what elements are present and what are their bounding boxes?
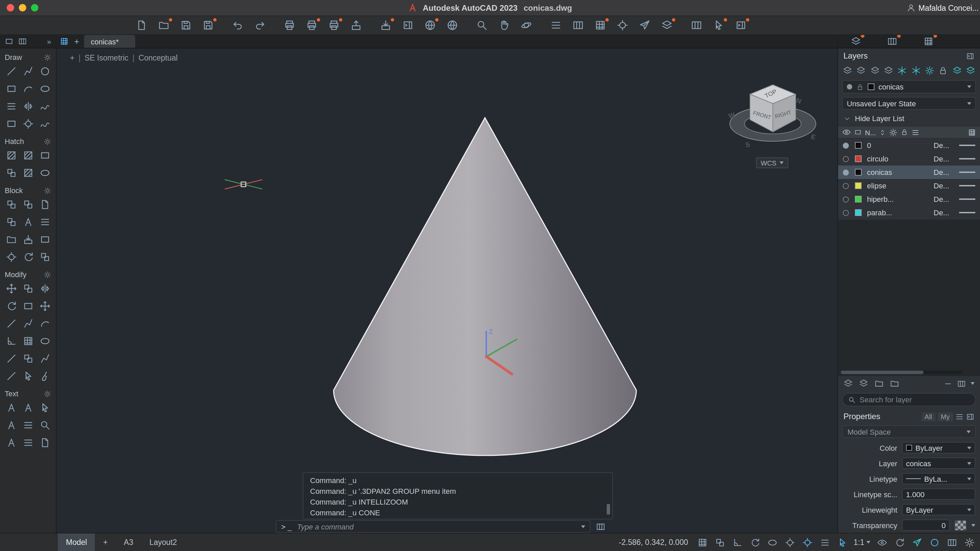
sort-icon[interactable] <box>880 129 886 135</box>
find-replace-tool[interactable] <box>38 419 51 431</box>
line-tool[interactable] <box>4 65 18 77</box>
annotation-text-tool[interactable] <box>4 436 18 449</box>
multiline-text-tool[interactable] <box>21 402 35 414</box>
transparency-input[interactable]: 0 <box>902 519 950 531</box>
layer-color-swatch[interactable] <box>855 142 862 149</box>
transparency-checker-button[interactable] <box>955 520 967 530</box>
clean-screen-toggle[interactable] <box>946 536 958 548</box>
compass-e[interactable]: E <box>810 133 816 141</box>
lineweight-display-toggle[interactable] <box>819 536 831 548</box>
lineweight-dropdown[interactable]: ByLayer <box>902 504 975 515</box>
customization-button[interactable] <box>963 536 975 548</box>
compass-s[interactable]: S <box>745 141 751 149</box>
join-tool[interactable] <box>38 352 51 365</box>
new-drawing-button[interactable] <box>135 19 148 32</box>
modify-gear-icon[interactable] <box>44 271 51 278</box>
freeze-layer-icon[interactable] <box>897 66 907 75</box>
tool-set-grid-icon[interactable] <box>18 37 27 46</box>
dock-palette-button[interactable] <box>734 19 747 32</box>
annotation-button[interactable] <box>549 19 562 32</box>
draw-gear-icon[interactable] <box>44 54 51 61</box>
ucs-icon[interactable]: Z <box>478 324 532 381</box>
define-attribute-tool[interactable] <box>21 216 35 228</box>
extend-tool[interactable] <box>21 318 35 330</box>
new-layout-button[interactable]: + <box>95 533 116 551</box>
layer-status-icon[interactable] <box>843 142 849 148</box>
layer-status-icon[interactable] <box>843 156 849 162</box>
new-layer-icon[interactable] <box>843 66 852 75</box>
batch-plot-button[interactable] <box>305 19 318 32</box>
pdf-text-tool[interactable] <box>38 436 51 449</box>
list-view-icon[interactable] <box>912 128 920 136</box>
measure-button[interactable] <box>571 19 584 32</box>
remove-layer-icon[interactable] <box>944 379 953 388</box>
external-reference-tool[interactable] <box>4 233 18 245</box>
external-references-button[interactable] <box>401 19 414 32</box>
align-tool[interactable] <box>21 370 35 382</box>
command-panel-button[interactable] <box>595 521 606 532</box>
hscrollbar-thumb[interactable] <box>841 371 923 374</box>
layer-settings-icon[interactable] <box>870 66 880 75</box>
chamfer-tool[interactable] <box>4 335 18 347</box>
boundary-tool[interactable] <box>38 149 51 161</box>
circle-tool[interactable] <box>38 65 51 77</box>
copy-tool[interactable] <box>21 283 35 295</box>
hardware-acceleration-toggle[interactable] <box>911 536 923 548</box>
current-layer-selector[interactable]: conicas <box>842 80 976 94</box>
offset-tool[interactable] <box>38 335 51 347</box>
layers-palette-tab[interactable] <box>849 35 862 48</box>
isolate-objects-toggle[interactable] <box>928 536 940 548</box>
pan-button[interactable] <box>497 19 511 32</box>
linetype-scale-input[interactable]: 1.000 <box>902 489 975 500</box>
clean-tool[interactable] <box>38 370 51 382</box>
polyline-tool[interactable] <box>21 65 35 77</box>
reference-palette-tab[interactable] <box>921 35 935 48</box>
lock-column-icon[interactable] <box>901 129 908 136</box>
filter-all-button[interactable]: All <box>921 412 935 421</box>
section-block[interactable]: Block <box>0 184 56 197</box>
layer-row-selected[interactable]: conicas De... <box>838 166 980 179</box>
undock-panel-icon[interactable] <box>966 51 975 60</box>
cone-object[interactable] <box>332 116 638 461</box>
insert-image-button[interactable] <box>423 19 436 32</box>
grid-view-icon[interactable] <box>968 128 976 136</box>
text-style-tool[interactable] <box>21 419 35 431</box>
spell-check-tool[interactable] <box>4 419 18 431</box>
export-button[interactable] <box>349 19 363 32</box>
layout-tab-layout2[interactable]: Layout2 <box>141 533 185 551</box>
annotation-scale-control[interactable]: 1:1 <box>854 538 870 546</box>
scale-tool[interactable] <box>21 300 35 312</box>
move-tool[interactable] <box>4 283 18 295</box>
tab-overview-button[interactable] <box>57 34 71 48</box>
quick-select-icon[interactable] <box>955 412 964 421</box>
layer-merge-icon[interactable] <box>884 66 893 75</box>
edit-text-tool[interactable] <box>38 402 51 414</box>
mirror-tool[interactable] <box>38 283 51 295</box>
single-line-text-tool[interactable] <box>4 402 18 414</box>
hatch-edit-tool[interactable] <box>21 167 35 179</box>
hatch-gear-icon[interactable] <box>44 138 51 145</box>
layer-tools-button[interactable] <box>660 19 673 32</box>
rotate-tool[interactable] <box>4 300 18 312</box>
ray-tool[interactable] <box>21 100 35 112</box>
isometric-drafting-toggle[interactable] <box>766 536 778 548</box>
base-point-tool[interactable] <box>4 251 18 263</box>
filter-my-button[interactable]: My <box>937 412 953 421</box>
layer-state-dropdown[interactable]: Unsaved Layer State <box>842 97 976 110</box>
spline-tool[interactable] <box>38 100 51 112</box>
command-history-panel[interactable]: Command: _u Command: _u '.3DPAN2 GROUP m… <box>303 472 613 519</box>
helix-tool[interactable] <box>38 118 51 130</box>
layout-tab-a3[interactable]: A3 <box>116 533 141 551</box>
layer-color-swatch[interactable] <box>855 169 862 175</box>
lock-layer-icon[interactable] <box>939 66 948 75</box>
compass-n[interactable]: N <box>795 97 802 105</box>
construction-line-tool[interactable] <box>4 100 18 112</box>
attach-reference-button[interactable] <box>379 19 392 32</box>
tool-set-icon[interactable] <box>5 37 13 46</box>
section-draw[interactable]: Draw <box>0 51 56 64</box>
new-group-icon[interactable] <box>874 379 884 388</box>
layer-search[interactable] <box>842 393 976 406</box>
zoom-button[interactable] <box>475 19 488 32</box>
section-modify[interactable]: Modify <box>0 268 56 281</box>
orbit-button[interactable] <box>519 19 533 32</box>
